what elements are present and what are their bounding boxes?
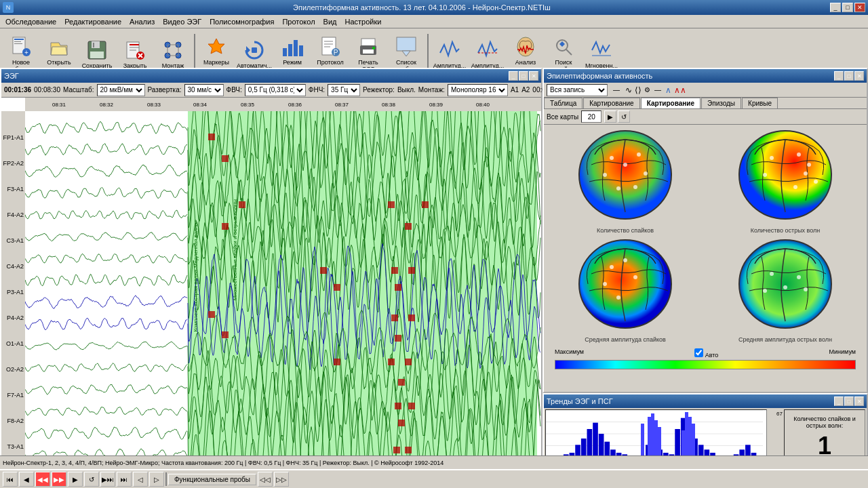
svg-point-69 (739, 240, 831, 328)
controls-separator (165, 472, 167, 486)
menu-protocol[interactable]: Протокол (278, 16, 319, 27)
eeg-window-controls: _ □ ✕ (509, 71, 538, 81)
svg-point-71 (797, 275, 801, 279)
eeg-sweep-select[interactable]: 30 мм/с (184, 84, 224, 96)
functional-tests-button[interactable]: Функциональные пробы (168, 474, 256, 485)
ctrl-next-button[interactable]: ▶ (68, 472, 83, 487)
eeg-ref-value: А2 (521, 86, 530, 94)
ctrl-fwd-button[interactable]: ▷▷ (274, 472, 289, 487)
brain-map-sharp-count: Количество острых волн (707, 127, 864, 234)
menu-view[interactable]: Вид (319, 16, 341, 27)
brain-img-sharp-amp[interactable] (728, 237, 843, 335)
ctrl-left-button[interactable]: ◁ (133, 472, 148, 487)
svg-rect-1 (14, 39, 24, 40)
svg-point-72 (783, 285, 787, 289)
brain-img-spike-amp[interactable] (568, 237, 683, 335)
svg-point-62 (793, 185, 797, 189)
ctrl-refresh-button[interactable]: ↺ (84, 472, 99, 487)
svg-point-68 (633, 275, 637, 279)
refresh-maps-button[interactable]: ↺ (618, 110, 630, 123)
trend-close-button[interactable]: ✕ (854, 396, 864, 406)
eeg-min-button[interactable]: _ (509, 71, 518, 81)
time-08-39: 08:39 (429, 102, 443, 108)
maps-controls: ▶ ↺ (604, 110, 630, 123)
colorbar-auto-checkbox[interactable] (694, 348, 703, 357)
scope-select[interactable]: Вся запись (547, 84, 608, 96)
amplitude2-icon (477, 39, 498, 61)
tab-mapping[interactable]: Картирование (583, 98, 639, 108)
app-icon: N (3, 2, 14, 13)
ctrl-prev-start-button[interactable]: ⏮ (3, 472, 18, 487)
play-maps-button[interactable]: ▶ (604, 110, 616, 123)
menu-polysom[interactable]: Полисомнография (205, 16, 278, 27)
eeg-title-text: ЭЭГ (4, 72, 19, 80)
svg-rect-29 (294, 40, 298, 56)
trend-max-button[interactable]: □ (844, 396, 854, 406)
svg-point-48 (610, 156, 614, 160)
ctrl-prev-fast-button[interactable]: ◀◀ (35, 472, 50, 487)
status-text: Нейрон-Спектр-1, 2, 3, 4, 4/П, 4/ВП; Ней… (3, 460, 443, 466)
svg-point-73 (763, 289, 767, 293)
svg-point-60 (804, 171, 808, 176)
tab-episodes[interactable]: Эпизоды (701, 98, 741, 108)
epileptic-title-text: Эпилептиформная активность (547, 72, 652, 80)
svg-rect-27 (283, 48, 287, 56)
tab-curves[interactable]: Кривые (742, 98, 778, 108)
toolbar-icon-gear[interactable]: ⚙ (644, 86, 650, 94)
eeg-chart[interactable]: 08:31 08:32 08:33 08:34 08:35 08:36 08:3… (1, 98, 541, 460)
menu-settings[interactable]: Настройки (340, 16, 385, 27)
menu-survey[interactable]: Обследование (1, 16, 60, 27)
time-08-36: 08:36 (288, 102, 302, 108)
minimize-button[interactable]: _ (830, 3, 841, 12)
ctrl-right-button[interactable]: ▷ (149, 472, 164, 487)
svg-point-40 (372, 47, 375, 49)
ctrl-next-fast-button[interactable]: ▶▶ (52, 472, 66, 487)
svg-point-59 (763, 173, 767, 177)
tab-table[interactable]: Таблица (544, 98, 583, 108)
channel-fp2-a2: FP2-A2 (1, 150, 25, 176)
eeg-max-button[interactable]: □ (519, 71, 528, 81)
ctrl-back-button[interactable]: ◁◁ (258, 472, 273, 487)
brain-img-sharp-count[interactable] (728, 127, 843, 226)
brain-map4-title: Средняя амплитуда острых волн (738, 336, 832, 343)
epileptic-min-button[interactable]: _ (834, 71, 844, 81)
svg-rect-30 (299, 45, 303, 56)
menu-edit[interactable]: Редактирование (60, 16, 125, 27)
eeg-close-button[interactable]: ✕ (529, 71, 538, 81)
eeg-montage-select[interactable]: Монополяр 16 (448, 84, 508, 96)
svg-point-57 (797, 152, 801, 157)
brain-img-spike-count[interactable] (568, 127, 683, 226)
brain-map-spike-count: Количество спайков (547, 127, 704, 234)
svg-point-49 (637, 152, 641, 157)
maximize-button[interactable]: □ (842, 3, 853, 12)
eeg-lpf-select[interactable]: 35 Гц (328, 84, 360, 96)
eeg-scale-select[interactable]: 20 мкВ/мм (97, 84, 145, 96)
time-08-35: 08:35 (241, 102, 254, 108)
trend-min-button[interactable]: _ (834, 396, 844, 406)
svg-point-66 (603, 282, 607, 286)
epileptic-max-button[interactable]: □ (844, 71, 854, 81)
eeg-window: ЭЭГ _ □ ✕ 00:01:36 00:08:30 Масштаб: 20 … (0, 68, 542, 468)
menu-video-eeg[interactable]: Видео ЭЭГ (159, 16, 205, 27)
eeg-notch-value: Выкл. (397, 86, 416, 94)
svg-point-47 (579, 131, 671, 219)
close-button[interactable]: ✕ (854, 3, 865, 12)
ctrl-end-button[interactable]: ⏭ (117, 472, 132, 487)
channel-c3-a1: C3-A1 (1, 228, 25, 253)
tab-mapping-active[interactable]: Картирование (641, 98, 701, 108)
svg-point-54 (633, 185, 637, 189)
svg-point-64 (610, 265, 614, 269)
ctrl-prev-button[interactable]: ◀ (19, 472, 34, 487)
menu-analysis[interactable]: Анализ (125, 16, 159, 27)
eeg-timescale: 08:31 08:32 08:33 08:34 08:35 08:36 08:3… (25, 98, 541, 111)
time-08-33: 08:33 (147, 102, 161, 108)
epileptic-close-button[interactable]: ✕ (854, 71, 864, 81)
eeg-hpf-select[interactable]: 0,5 Гц (0,318 с) (245, 84, 306, 96)
bottom-controls: ⏮ ◀ ◀◀ ▶▶ ▶ ↺ ▶⏭ ⏭ ◁ ▷ Функциональные пр… (0, 469, 868, 488)
eeg-time-current: 00:01:36 (4, 86, 31, 94)
ctrl-next-start-button[interactable]: ▶⏭ (100, 472, 115, 487)
maps-count-input[interactable] (581, 110, 601, 123)
svg-point-52 (644, 171, 648, 176)
epileptic-panel-toolbar: Вся запись — ∿ ⟨⟩ ⚙ — ∧ ∧∧ (544, 83, 867, 98)
new-survey-icon: + (10, 36, 32, 58)
